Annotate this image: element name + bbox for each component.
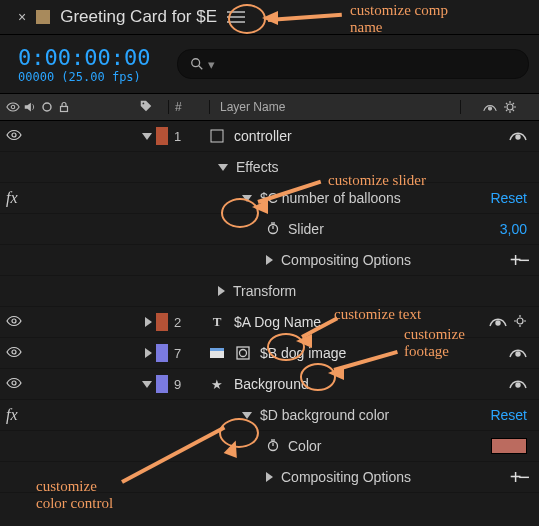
layer-color-swatch[interactable] <box>156 127 168 145</box>
null-layer-icon <box>208 127 226 145</box>
compositing-options-row[interactable]: Compositing Options +− <box>0 245 539 276</box>
svg-point-22 <box>516 383 520 387</box>
svg-point-13 <box>496 321 500 325</box>
slider-value[interactable]: 3,00 <box>500 221 527 237</box>
add-remove-button[interactable]: +− <box>510 466 527 489</box>
layer-name-header[interactable]: Layer Name <box>209 100 460 114</box>
current-time[interactable]: 0:00:00:00 <box>18 45 173 70</box>
visibility-toggle[interactable] <box>6 375 22 394</box>
layer-index: 1 <box>168 129 208 144</box>
layer-color-swatch[interactable] <box>156 344 168 362</box>
layer-name-label[interactable]: controller <box>234 128 292 144</box>
effect-name[interactable]: $D background color <box>260 407 389 423</box>
comp-color-swatch <box>36 10 50 24</box>
label-header-icon[interactable] <box>139 99 153 113</box>
layer-name-label[interactable]: Background <box>234 376 309 392</box>
text-layer-icon: T <box>208 313 226 331</box>
shy-toggle[interactable] <box>509 345 527 362</box>
layer-color-swatch[interactable] <box>156 375 168 393</box>
color-label: Color <box>288 438 321 454</box>
transform-group-row[interactable]: Transform <box>0 276 539 307</box>
shy-toggle[interactable] <box>509 128 527 145</box>
column-headers: # Layer Name <box>0 94 539 121</box>
switches-header-icon[interactable] <box>503 100 517 114</box>
transform-group-label: Transform <box>233 283 296 299</box>
tab-menu-icon[interactable] <box>227 11 245 23</box>
layer-index: 7 <box>168 346 208 361</box>
layer-row-dogname[interactable]: 2 T $A Dog Name <box>0 307 539 338</box>
svg-point-7 <box>507 104 513 110</box>
svg-point-12 <box>12 319 16 323</box>
twirl-icon[interactable] <box>142 133 152 140</box>
twirl-icon[interactable] <box>266 472 273 482</box>
svg-point-15 <box>12 350 16 354</box>
layer-name-label[interactable]: $A Dog Name <box>234 314 321 330</box>
svg-rect-9 <box>211 130 223 142</box>
layer-index: 2 <box>168 315 208 330</box>
reset-button[interactable]: Reset <box>490 407 527 423</box>
svg-point-20 <box>516 352 520 356</box>
color-swatch[interactable] <box>491 438 527 454</box>
twirl-icon[interactable] <box>145 348 152 358</box>
svg-line-1 <box>199 66 203 70</box>
svg-point-10 <box>516 135 520 139</box>
footage-layer-icon <box>208 344 226 362</box>
svg-point-0 <box>192 59 200 67</box>
layer-name-label[interactable]: $B dog image <box>260 345 346 361</box>
layer-row-controller[interactable]: 1 controller <box>0 121 539 152</box>
color-property-row[interactable]: Color <box>0 431 539 462</box>
svg-point-6 <box>488 107 491 110</box>
solid-layer-icon: ★ <box>208 375 226 393</box>
svg-rect-17 <box>210 348 224 351</box>
shy-toggle[interactable] <box>509 376 527 393</box>
effect-name[interactable]: $C number of balloons <box>260 190 401 206</box>
comp-name[interactable]: Greeting Card for $E <box>60 7 217 27</box>
motion-blur-toggle[interactable] <box>513 314 527 331</box>
slider-label: Slider <box>288 221 324 237</box>
shy-toggle[interactable] <box>489 314 507 331</box>
twirl-icon[interactable] <box>218 286 225 296</box>
fx-badge[interactable]: fx <box>6 406 28 424</box>
shy-header-icon[interactable] <box>483 100 497 114</box>
twirl-icon[interactable] <box>218 164 228 171</box>
twirl-icon[interactable] <box>242 412 252 419</box>
compositing-options-label: Compositing Options <box>281 252 411 268</box>
stopwatch-icon[interactable] <box>266 221 280 238</box>
add-remove-button[interactable]: +− <box>510 249 527 272</box>
svg-point-3 <box>43 103 51 111</box>
svg-point-2 <box>11 105 15 109</box>
svg-rect-18 <box>237 347 249 359</box>
effects-group-row[interactable]: Effects <box>0 152 539 183</box>
twirl-icon[interactable] <box>142 381 152 388</box>
svg-rect-4 <box>61 107 68 112</box>
current-frame-fps: 00000 (25.00 fps) <box>18 70 173 84</box>
svg-point-5 <box>143 102 145 104</box>
reset-button[interactable]: Reset <box>490 190 527 206</box>
effect-row-slider[interactable]: fx $C number of balloons Reset <box>0 183 539 214</box>
solo-header-icon[interactable] <box>40 100 54 114</box>
svg-point-21 <box>12 381 16 385</box>
svg-point-19 <box>240 350 247 357</box>
layer-row-background[interactable]: 9 ★ Background <box>0 369 539 400</box>
layer-color-swatch[interactable] <box>156 313 168 331</box>
search-input[interactable]: ▾ <box>177 49 529 79</box>
lock-header-icon[interactable] <box>57 100 71 114</box>
audio-header-icon[interactable] <box>23 100 37 114</box>
layer-row-dogimage[interactable]: 7 $B dog image <box>0 338 539 369</box>
index-header[interactable]: # <box>168 100 209 114</box>
stopwatch-icon[interactable] <box>266 438 280 455</box>
twirl-icon[interactable] <box>242 195 252 202</box>
visibility-toggle[interactable] <box>6 127 22 146</box>
slider-property-row[interactable]: Slider 3,00 <box>0 214 539 245</box>
fx-badge[interactable]: fx <box>6 189 28 207</box>
twirl-icon[interactable] <box>266 255 273 265</box>
effect-row-color[interactable]: fx $D background color Reset <box>0 400 539 431</box>
eye-header-icon[interactable] <box>6 100 20 114</box>
compositing-options-row[interactable]: Compositing Options +− <box>0 462 539 493</box>
twirl-icon[interactable] <box>145 317 152 327</box>
visibility-toggle[interactable] <box>6 344 22 363</box>
layer-index: 9 <box>168 377 208 392</box>
compositing-options-label: Compositing Options <box>281 469 411 485</box>
close-tab-button[interactable]: × <box>18 9 26 25</box>
visibility-toggle[interactable] <box>6 313 22 332</box>
